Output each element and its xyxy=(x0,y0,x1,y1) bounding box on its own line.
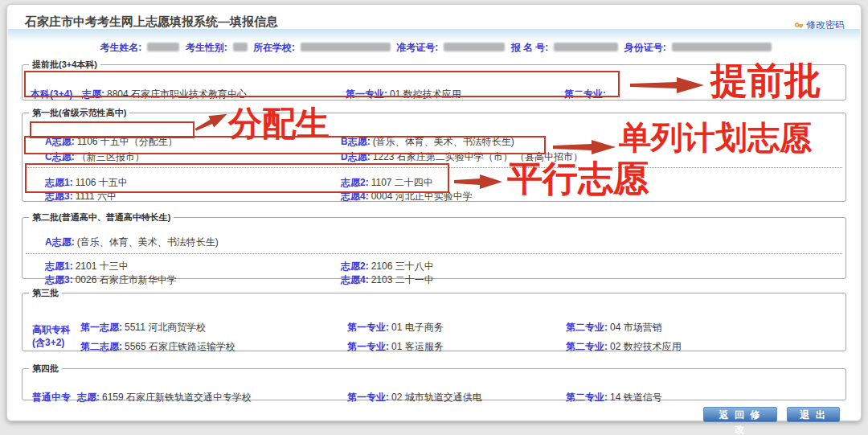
third-v1-major1: 第一专业:01 电子商务 xyxy=(347,322,566,334)
first-p12-row: 志愿1:1106 十五中 志愿2:1107 二十四中 xyxy=(45,177,839,189)
first-b-volunteer: B志愿:(音乐、体育、美术、书法特长生) xyxy=(341,136,514,148)
batch-first-section: 第一批(省级示范性高中) A志愿:1106 十五中（分配生） B志愿:(音乐、体… xyxy=(22,107,846,202)
advance-volunteer-row: 本科(3+4) 志愿:8804 石家庄市职业技术教育中心 第一专业:01 数控技… xyxy=(31,88,839,101)
third-v2-major2: 第二专业:02 数控技术应用 xyxy=(566,341,682,353)
second-parallel2: 志愿2:2106 三十八中 xyxy=(341,261,434,273)
footer-buttons: 返 回 修 改 退 出 xyxy=(703,407,840,422)
student-gender-label: 考生性别: xyxy=(186,42,227,53)
advance-major2: 第二专业: xyxy=(564,88,608,101)
content-card: 石家庄市中考考生网上志愿填报系统—填报信息 修改密码 考生姓名: 考生性别: 所… xyxy=(6,4,862,421)
batch-first-legend: 第一批(省级示范性高中) xyxy=(29,107,129,119)
batch-second-section: 第二批(普通高中、普通高中特长生) A志愿:(音乐、体育、美术、书法特长生) 志… xyxy=(22,211,846,279)
batch-fourth-legend: 第四批 xyxy=(29,363,62,375)
redacted-exam-no xyxy=(444,43,505,51)
third-volunteer1: 第一志愿:5511 河北商贸学校 xyxy=(80,322,347,334)
batch-advance-legend: 提前批(3+4本科) xyxy=(29,59,100,71)
batch-fourth-section: 第四批 普通中专 志愿:6159 石家庄新铁轨道交通中专学校 第一专业:02 城… xyxy=(22,363,846,400)
first-a-volunteer: A志愿:1106 十五中（分配生） xyxy=(45,136,341,148)
second-parallel3: 志愿3:0026 石家庄市新华中学 xyxy=(45,274,341,286)
redacted-gender xyxy=(233,43,248,51)
back-modify-button[interactable]: 返 回 修 改 xyxy=(703,407,777,422)
batch-second-legend: 第二批(普通高中、普通高中特长生) xyxy=(29,211,174,224)
first-p34-row: 志愿3:1111 六中 志愿4:0004 河北正中实验中学 xyxy=(45,191,839,203)
id-no-label: 身份证号: xyxy=(624,42,666,53)
third-v1-row: 第一志愿:5511 河北商贸学校 第一专业:01 电子商务 第二专业:04 市场… xyxy=(80,322,839,334)
third-v2-row: 第二志愿:5565 石家庄铁路运输学校 第一专业:01 客运服务 第二专业:02… xyxy=(80,341,839,353)
first-parallel1: 志愿1:1106 十五中 xyxy=(45,177,341,189)
exit-button[interactable]: 退 出 xyxy=(787,407,840,422)
first-cd-row: C志愿:（新三区报市） D志愿:1223 石家庄第二实验中学（市） （县高中招市… xyxy=(45,151,839,163)
advance-type-label: 本科(3+4) xyxy=(31,88,82,101)
exam-no-label: 准考证号: xyxy=(396,42,438,53)
fourth-major2: 第二专业:14 铁道信号 xyxy=(566,392,662,404)
third-v1-major2: 第二专业:04 市场营销 xyxy=(566,322,662,334)
first-c-volunteer: C志愿:（新三区报市） xyxy=(45,151,341,163)
student-school-label: 所在学校: xyxy=(253,42,295,53)
batch-advance-section: 提前批(3+4本科) 本科(3+4) 志愿:8804 石家庄市职业技术教育中心 … xyxy=(22,59,846,101)
fourth-major1: 第一专业:02 城市轨道交通供电 xyxy=(347,392,566,404)
second-p34-row: 志愿3:0026 石家庄市新华中学 志愿4:2103 二十一中 xyxy=(45,274,839,286)
second-divider xyxy=(26,253,842,254)
second-a-volunteer: A志愿:(音乐、体育、美术、书法特长生) xyxy=(45,236,219,248)
batch-third-section: 第三批 高职专科 (含3+2) 第一志愿:5511 河北商贸学校 第一专业:01… xyxy=(22,287,846,351)
student-info-row: 考生姓名: 考生性别: 所在学校: 准考证号: 报 名 号: 身份证号: xyxy=(7,41,861,55)
second-a-row: A志愿:(音乐、体育、美术、书法特长生) xyxy=(45,236,839,248)
first-parallel2: 志愿2:1107 二十四中 xyxy=(341,177,433,189)
first-ab-row: A志愿:1106 十五中（分配生） B志愿:(音乐、体育、美术、书法特长生) xyxy=(45,136,839,148)
first-parallel4: 志愿4:0004 河北正中实验中学 xyxy=(341,191,473,203)
fourth-side-label: 普通中专 xyxy=(32,392,77,404)
first-parallel3: 志愿3:1111 六中 xyxy=(45,191,341,203)
second-parallel1: 志愿1:2101 十三中 xyxy=(45,261,341,273)
second-parallel4: 志愿4:2103 二十一中 xyxy=(341,274,434,286)
student-name-label: 考生姓名: xyxy=(100,42,141,53)
third-v2-major1: 第一专业:01 客运服务 xyxy=(347,341,566,353)
first-d-volunteer: D志愿:1223 石家庄第二实验中学（市） （县高中招市） xyxy=(341,151,583,163)
reg-no-label: 报 名 号: xyxy=(511,42,549,53)
redacted-id-no xyxy=(672,43,772,51)
redacted-school xyxy=(301,43,391,51)
page-title: 石家庄市中考考生网上志愿填报系统—填报信息 xyxy=(25,14,278,30)
header-gradient-band xyxy=(8,29,860,42)
third-volunteer2: 第二志愿:5565 石家庄铁路运输学校 xyxy=(80,341,347,353)
advance-major1: 第一专业:01 数控技术应用 xyxy=(346,88,564,101)
fourth-volunteer: 志愿:6159 石家庄新铁轨道交通中专学校 xyxy=(77,392,347,404)
fourth-row: 普通中专 志愿:6159 石家庄新铁轨道交通中专学校 第一专业:02 城市轨道交… xyxy=(32,392,839,404)
batch-third-legend: 第三批 xyxy=(29,287,62,299)
redacted-name xyxy=(147,43,179,51)
redacted-reg-no xyxy=(554,43,618,51)
volunteer-info-page: 石家庄市中考考生网上志愿填报系统—填报信息 修改密码 考生姓名: 考生性别: 所… xyxy=(0,0,868,435)
third-side-label: 高职专科 (含3+2) xyxy=(32,323,71,349)
second-p12-row: 志愿1:2101 十三中 志愿2:2106 三十八中 xyxy=(45,261,839,273)
first-divider xyxy=(26,167,842,168)
advance-volunteer: 志愿:8804 石家庄市职业技术教育中心 xyxy=(82,88,346,101)
